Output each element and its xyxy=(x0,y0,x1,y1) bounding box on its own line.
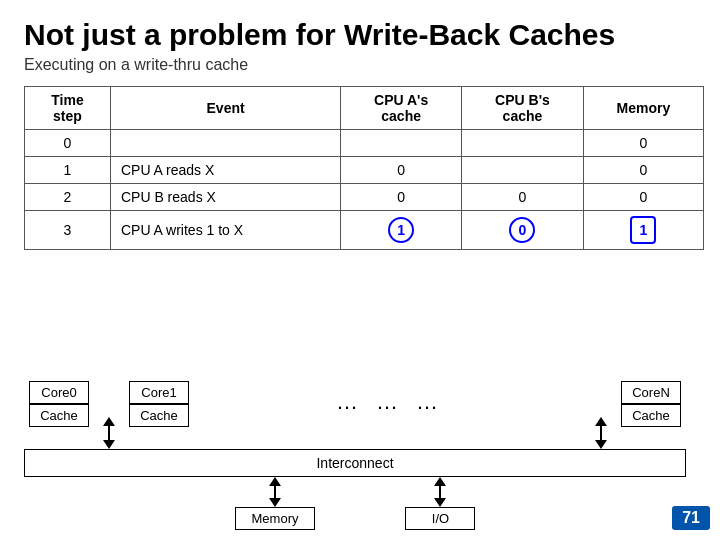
core1-box: Core1 xyxy=(129,381,189,404)
col-header-timestep: Timestep xyxy=(25,87,111,130)
arrow-down-io xyxy=(434,498,446,507)
col-header-event: Event xyxy=(110,87,340,130)
col-header-cpua: CPU A'scache xyxy=(341,87,462,130)
cell-event xyxy=(110,130,340,157)
page-number: 71 xyxy=(672,506,710,530)
cell-cpub: 0 xyxy=(462,211,584,250)
arrow-shaft-io xyxy=(439,486,441,498)
cache1-box: Cache xyxy=(129,404,189,427)
cell-cpub xyxy=(462,157,584,184)
cell-cpub xyxy=(462,130,584,157)
cell-cpua: 0 xyxy=(341,184,462,211)
highlighted-value-memory: 1 xyxy=(630,216,656,244)
cell-cpub: 0 xyxy=(462,184,584,211)
cell-cpua: 1 xyxy=(341,211,462,250)
cell-step: 0 xyxy=(25,130,111,157)
core0-box: Core0 xyxy=(29,381,89,404)
coreN-box: CoreN xyxy=(621,381,681,404)
slide-subtitle: Executing on a write-thru cache xyxy=(24,56,696,74)
highlighted-value-cpua: 1 xyxy=(388,217,414,243)
table-row: 3 CPU A writes 1 to X 1 0 1 xyxy=(25,211,704,250)
arrow-shaft-memory xyxy=(274,486,276,498)
cache0-box: Cache xyxy=(29,404,89,427)
arrow-shaft-0 xyxy=(108,426,110,440)
col-header-cpub: CPU B'scache xyxy=(462,87,584,130)
arrow-up-n xyxy=(595,417,607,426)
cell-cpua xyxy=(341,130,462,157)
cell-memory: 0 xyxy=(583,157,703,184)
table-row: 1 CPU A reads X 0 0 xyxy=(25,157,704,184)
slide-title: Not just a problem for Write-Back Caches xyxy=(24,18,696,52)
cacheN-box: Cache xyxy=(621,404,681,427)
arrow-up-memory xyxy=(269,477,281,486)
architecture-diagram: Core0 Cache Core1 Cache … … … xyxy=(24,381,686,530)
table-row: 0 0 xyxy=(25,130,704,157)
col-header-memory: Memory xyxy=(583,87,703,130)
highlighted-value-cpub: 0 xyxy=(509,217,535,243)
interconnect-bar: Interconnect xyxy=(24,449,686,477)
cell-event: CPU A reads X xyxy=(110,157,340,184)
arrow-up-0 xyxy=(103,417,115,426)
cell-step: 2 xyxy=(25,184,111,211)
cell-cpua: 0 xyxy=(341,157,462,184)
arrow-down-memory xyxy=(269,498,281,507)
cell-step: 1 xyxy=(25,157,111,184)
arrow-down-0 xyxy=(103,440,115,449)
cell-memory: 1 xyxy=(583,211,703,250)
cell-event: CPU A writes 1 to X xyxy=(110,211,340,250)
cache-coherence-table: Timestep Event CPU A'scache CPU B'scache… xyxy=(24,86,704,250)
cell-memory: 0 xyxy=(583,130,703,157)
cell-step: 3 xyxy=(25,211,111,250)
arrow-shaft-n xyxy=(600,426,602,440)
arrow-down-n xyxy=(595,440,607,449)
cell-event: CPU B reads X xyxy=(110,184,340,211)
memory-box: Memory xyxy=(235,507,316,530)
dots-separator: … … … xyxy=(194,381,586,415)
arrow-up-io xyxy=(434,477,446,486)
table-row: 2 CPU B reads X 0 0 0 xyxy=(25,184,704,211)
cell-memory: 0 xyxy=(583,184,703,211)
io-box: I/O xyxy=(405,507,475,530)
